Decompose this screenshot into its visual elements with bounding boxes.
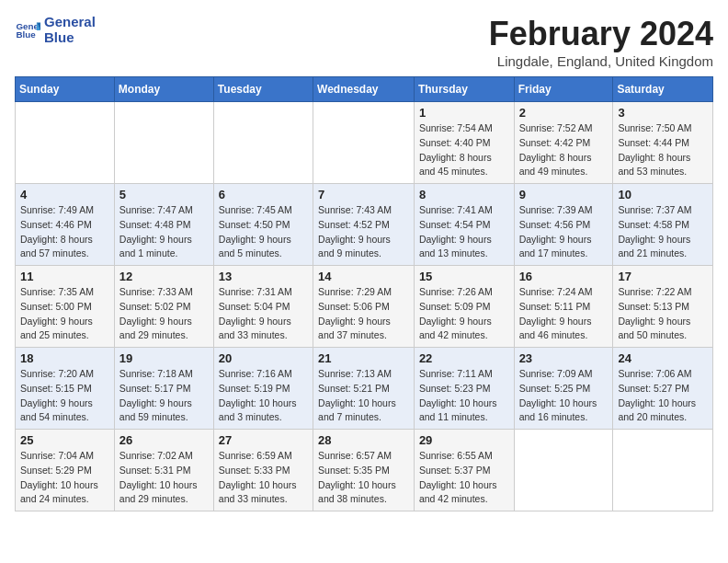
day-number: 20 [219,351,308,365]
day-number: 9 [519,188,609,201]
day-number: 2 [519,106,609,120]
day-info: Sunrise: 7:02 AM Sunset: 5:31 PM Dayligh… [119,449,209,507]
calendar-cell: 9Sunrise: 7:39 AM Sunset: 4:56 PM Daylig… [514,184,613,266]
day-info: Sunrise: 7:33 AM Sunset: 5:02 PM Dayligh… [119,285,209,343]
calendar-table: SundayMondayTuesdayWednesdayThursdayFrid… [15,76,713,511]
calendar-cell: 3Sunrise: 7:50 AM Sunset: 4:44 PM Daylig… [613,102,713,184]
calendar-cell: 24Sunrise: 7:06 AM Sunset: 5:27 PM Dayli… [613,348,713,430]
day-number: 26 [119,433,209,447]
calendar-cell: 27Sunrise: 6:59 AM Sunset: 5:33 PM Dayli… [213,430,313,511]
calendar-cell [16,102,115,184]
calendar-header-row: SundayMondayTuesdayWednesdayThursdayFrid… [16,77,713,102]
day-number: 18 [20,351,109,365]
day-number: 27 [219,433,308,447]
day-number: 15 [419,270,509,283]
day-number: 6 [219,188,308,201]
logo: General Blue General Blue [15,15,96,45]
calendar-cell: 8Sunrise: 7:41 AM Sunset: 4:54 PM Daylig… [414,184,514,266]
day-number: 19 [119,351,209,365]
day-number: 13 [219,270,308,283]
calendar-cell: 1Sunrise: 7:54 AM Sunset: 4:40 PM Daylig… [414,102,514,184]
week-row-4: 18Sunrise: 7:20 AM Sunset: 5:15 PM Dayli… [16,348,713,430]
logo-line2: Blue [44,30,96,46]
calendar-cell: 29Sunrise: 6:55 AM Sunset: 5:37 PM Dayli… [414,430,514,511]
day-info: Sunrise: 7:20 AM Sunset: 5:15 PM Dayligh… [20,367,109,425]
day-number: 8 [419,188,509,201]
day-number: 16 [519,270,609,283]
svg-text:Blue: Blue [16,29,36,40]
day-info: Sunrise: 7:22 AM Sunset: 5:13 PM Dayligh… [618,285,708,343]
day-number: 24 [618,351,708,365]
day-info: Sunrise: 7:43 AM Sunset: 4:52 PM Dayligh… [318,203,409,261]
header-day-friday: Friday [514,77,613,102]
day-info: Sunrise: 7:06 AM Sunset: 5:27 PM Dayligh… [618,367,708,425]
calendar-cell: 10Sunrise: 7:37 AM Sunset: 4:58 PM Dayli… [613,184,713,266]
day-info: Sunrise: 7:54 AM Sunset: 4:40 PM Dayligh… [419,121,509,179]
day-info: Sunrise: 7:31 AM Sunset: 5:04 PM Dayligh… [219,285,308,343]
day-info: Sunrise: 7:49 AM Sunset: 4:46 PM Dayligh… [20,203,109,261]
day-number: 10 [618,188,708,201]
week-row-2: 4Sunrise: 7:49 AM Sunset: 4:46 PM Daylig… [16,184,713,266]
calendar-cell: 5Sunrise: 7:47 AM Sunset: 4:48 PM Daylig… [114,184,213,266]
title-block: February 2024 Lingdale, England, United … [489,15,713,69]
calendar-cell [514,430,613,511]
day-number: 1 [419,106,509,120]
day-info: Sunrise: 7:04 AM Sunset: 5:29 PM Dayligh… [20,449,109,507]
day-info: Sunrise: 7:37 AM Sunset: 4:58 PM Dayligh… [618,203,708,261]
calendar-cell: 17Sunrise: 7:22 AM Sunset: 5:13 PM Dayli… [613,266,713,348]
calendar-cell: 11Sunrise: 7:35 AM Sunset: 5:00 PM Dayli… [16,266,115,348]
day-number: 29 [419,433,509,447]
calendar-cell [213,102,313,184]
logo-line1: General [44,15,96,30]
day-number: 25 [20,433,109,447]
location-subtitle: Lingdale, England, United Kingdom [489,53,713,69]
calendar-cell: 20Sunrise: 7:16 AM Sunset: 5:19 PM Dayli… [213,348,313,430]
day-info: Sunrise: 6:57 AM Sunset: 5:35 PM Dayligh… [318,449,409,507]
day-info: Sunrise: 7:09 AM Sunset: 5:25 PM Dayligh… [519,367,609,425]
calendar-cell [613,430,713,511]
header: General Blue General Blue February 2024 … [15,15,713,69]
calendar-cell: 23Sunrise: 7:09 AM Sunset: 5:25 PM Dayli… [514,348,613,430]
day-info: Sunrise: 7:24 AM Sunset: 5:11 PM Dayligh… [519,285,609,343]
calendar-cell [114,102,213,184]
day-number: 22 [419,351,509,365]
calendar-cell: 7Sunrise: 7:43 AM Sunset: 4:52 PM Daylig… [313,184,415,266]
day-info: Sunrise: 7:41 AM Sunset: 4:54 PM Dayligh… [419,203,509,261]
day-info: Sunrise: 7:16 AM Sunset: 5:19 PM Dayligh… [219,367,308,425]
calendar-body: 1Sunrise: 7:54 AM Sunset: 4:40 PM Daylig… [16,102,713,511]
logo-icon: General Blue [15,17,40,43]
month-year-title: February 2024 [489,15,713,53]
header-day-thursday: Thursday [414,77,514,102]
day-info: Sunrise: 6:55 AM Sunset: 5:37 PM Dayligh… [419,449,509,507]
calendar-cell [313,102,415,184]
header-day-saturday: Saturday [613,77,713,102]
week-row-3: 11Sunrise: 7:35 AM Sunset: 5:00 PM Dayli… [16,266,713,348]
calendar-cell: 18Sunrise: 7:20 AM Sunset: 5:15 PM Dayli… [16,348,115,430]
calendar-cell: 14Sunrise: 7:29 AM Sunset: 5:06 PM Dayli… [313,266,415,348]
day-number: 3 [618,106,708,120]
calendar-cell: 13Sunrise: 7:31 AM Sunset: 5:04 PM Dayli… [213,266,313,348]
day-info: Sunrise: 7:11 AM Sunset: 5:23 PM Dayligh… [419,367,509,425]
day-info: Sunrise: 7:39 AM Sunset: 4:56 PM Dayligh… [519,203,609,261]
day-info: Sunrise: 7:13 AM Sunset: 5:21 PM Dayligh… [318,367,409,425]
calendar-cell: 19Sunrise: 7:18 AM Sunset: 5:17 PM Dayli… [114,348,213,430]
day-number: 23 [519,351,609,365]
day-number: 11 [20,270,109,283]
day-info: Sunrise: 7:18 AM Sunset: 5:17 PM Dayligh… [119,367,209,425]
header-day-monday: Monday [114,77,213,102]
calendar-cell: 2Sunrise: 7:52 AM Sunset: 4:42 PM Daylig… [514,102,613,184]
header-day-sunday: Sunday [16,77,115,102]
header-day-tuesday: Tuesday [213,77,313,102]
day-info: Sunrise: 7:52 AM Sunset: 4:42 PM Dayligh… [519,121,609,179]
day-info: Sunrise: 7:45 AM Sunset: 4:50 PM Dayligh… [219,203,308,261]
calendar-cell: 26Sunrise: 7:02 AM Sunset: 5:31 PM Dayli… [114,430,213,511]
calendar-cell: 15Sunrise: 7:26 AM Sunset: 5:09 PM Dayli… [414,266,514,348]
day-number: 12 [119,270,209,283]
day-info: Sunrise: 7:29 AM Sunset: 5:06 PM Dayligh… [318,285,409,343]
calendar-cell: 12Sunrise: 7:33 AM Sunset: 5:02 PM Dayli… [114,266,213,348]
calendar-cell: 6Sunrise: 7:45 AM Sunset: 4:50 PM Daylig… [213,184,313,266]
day-info: Sunrise: 7:26 AM Sunset: 5:09 PM Dayligh… [419,285,509,343]
day-number: 21 [318,351,409,365]
calendar-cell: 22Sunrise: 7:11 AM Sunset: 5:23 PM Dayli… [414,348,514,430]
day-number: 7 [318,188,409,201]
